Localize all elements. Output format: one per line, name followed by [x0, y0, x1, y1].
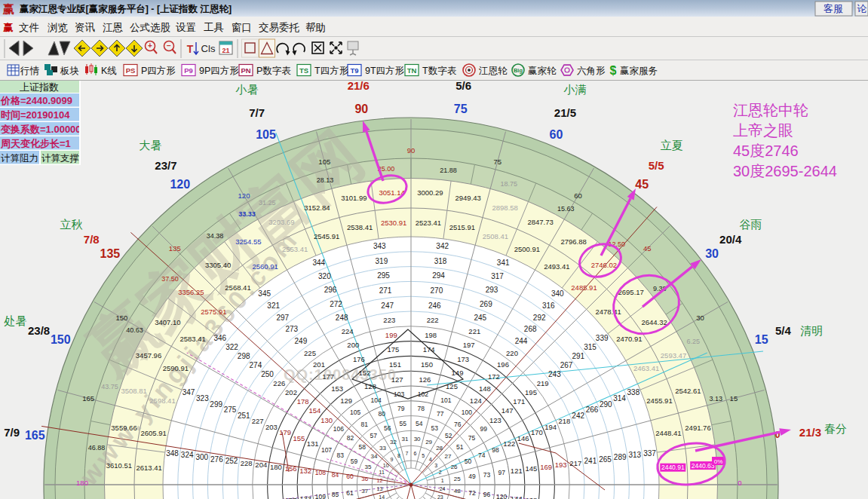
svg-text:146: 146: [517, 434, 529, 442]
svg-text:6: 6: [414, 451, 417, 456]
svg-text:谷雨: 谷雨: [740, 218, 762, 231]
svg-text:266: 266: [586, 406, 599, 414]
svg-text:180: 180: [76, 479, 88, 487]
svg-text:292: 292: [533, 314, 546, 322]
svg-text:0: 0: [738, 479, 741, 487]
svg-text:52: 52: [445, 432, 452, 439]
svg-text:+: +: [148, 41, 152, 50]
svg-text:199: 199: [385, 331, 397, 339]
svg-text:173: 173: [457, 355, 469, 363]
svg-text:30: 30: [705, 247, 719, 260]
svg-text:50: 50: [465, 458, 472, 465]
svg-text:论: 论: [857, 3, 867, 14]
svg-text:处暑: 处暑: [4, 314, 26, 327]
svg-text:339: 339: [596, 334, 609, 342]
svg-text:267: 267: [560, 361, 573, 369]
svg-text:2485.91: 2485.91: [571, 283, 597, 292]
svg-text:106: 106: [333, 425, 344, 433]
svg-text:344: 344: [312, 259, 325, 267]
svg-text:323: 323: [196, 394, 209, 403]
svg-text:27: 27: [445, 453, 452, 460]
svg-text:小暑: 小暑: [235, 83, 259, 96]
svg-text:时间=20190104: 时间=20190104: [1, 109, 70, 121]
svg-text:276: 276: [210, 455, 223, 464]
svg-text:196: 196: [497, 360, 509, 369]
svg-text:3101.99: 3101.99: [341, 194, 367, 202]
svg-text:101: 101: [440, 396, 451, 404]
svg-text:T数字表: T数字表: [422, 66, 457, 76]
svg-text:2542.61: 2542.61: [675, 387, 701, 395]
svg-text:228: 228: [241, 459, 253, 467]
svg-text:23: 23: [437, 494, 443, 499]
svg-text:250: 250: [261, 370, 274, 378]
svg-text:工具: 工具: [204, 22, 224, 33]
svg-text:225: 225: [304, 349, 316, 357]
svg-text:2583.41: 2583.41: [179, 335, 205, 343]
svg-text:江恩轮: 江恩轮: [479, 66, 508, 76]
svg-text:2746.02: 2746.02: [591, 261, 617, 269]
svg-text:12: 12: [377, 478, 383, 483]
svg-text:77: 77: [437, 410, 444, 418]
svg-text:297: 297: [276, 314, 289, 322]
svg-text:2949.43: 2949.43: [455, 194, 481, 202]
svg-text:18.75: 18.75: [501, 180, 518, 188]
svg-text:3407.10: 3407.10: [155, 318, 180, 326]
svg-text:81: 81: [361, 421, 369, 428]
svg-text:P四方形: P四方形: [141, 66, 176, 76]
svg-text:72: 72: [468, 489, 476, 497]
svg-text:300: 300: [195, 453, 208, 461]
svg-text:2545.91: 2545.91: [314, 232, 339, 240]
svg-text:313: 313: [628, 451, 641, 459]
svg-text:298: 298: [238, 352, 250, 360]
svg-text:147: 147: [501, 406, 514, 415]
svg-text:2847.73: 2847.73: [527, 218, 553, 226]
svg-text:2470.91: 2470.91: [616, 335, 642, 343]
svg-text:PN: PN: [241, 66, 250, 75]
svg-text:151: 151: [389, 360, 401, 369]
svg-text:165: 165: [25, 429, 45, 442]
svg-text:3152.84: 3152.84: [304, 204, 330, 212]
svg-text:2455.91: 2455.91: [646, 396, 672, 405]
svg-text:立夏: 立夏: [661, 139, 683, 152]
svg-text:40.63: 40.63: [126, 326, 143, 334]
svg-text:105: 105: [318, 158, 330, 166]
svg-text:赢: 赢: [3, 22, 14, 33]
svg-text:226: 226: [273, 379, 285, 387]
svg-text:45度2746: 45度2746: [733, 142, 799, 159]
svg-text:T四方形: T四方形: [314, 66, 349, 76]
svg-text:242: 242: [572, 412, 584, 420]
svg-text:QQ:100843350: QQ:100843350: [284, 366, 397, 383]
svg-text:296: 296: [324, 286, 337, 294]
svg-text:2568.41: 2568.41: [225, 283, 250, 292]
svg-text:2898.58: 2898.58: [492, 204, 518, 212]
svg-text:7/8: 7/8: [84, 233, 100, 246]
svg-text:153: 153: [331, 384, 343, 393]
svg-text:13: 13: [377, 486, 383, 491]
svg-text:135: 135: [169, 244, 181, 253]
svg-text:9T四方形: 9T四方形: [365, 66, 405, 76]
svg-text:343: 343: [373, 242, 386, 250]
svg-text:3457.96: 3457.96: [136, 351, 161, 360]
svg-text:−: −: [167, 41, 171, 50]
svg-text:150: 150: [51, 333, 71, 346]
svg-text:243: 243: [548, 370, 561, 378]
svg-text:98: 98: [492, 446, 499, 454]
svg-text:178: 178: [297, 397, 309, 406]
svg-text:99: 99: [480, 425, 487, 433]
svg-text:20/4: 20/4: [719, 233, 742, 246]
svg-text:156: 156: [285, 464, 297, 473]
svg-text:2515.91: 2515.91: [449, 223, 475, 231]
svg-text:变换系数=1.000000: 变换系数=1.000000: [0, 124, 87, 135]
svg-text:六角形: 六角形: [577, 66, 606, 76]
svg-text:3: 3: [434, 463, 437, 468]
svg-text:105: 105: [350, 409, 360, 416]
svg-text:2575.91: 2575.91: [201, 308, 226, 316]
svg-text:291: 291: [572, 352, 584, 360]
svg-text:3508.81: 3508.81: [121, 387, 146, 395]
svg-text:342: 342: [436, 242, 449, 250]
svg-text:6.25: 6.25: [686, 338, 700, 345]
svg-text:135: 135: [100, 247, 121, 260]
svg-text:2598.41: 2598.41: [149, 396, 175, 405]
svg-text:计算阻力: 计算阻力: [1, 153, 38, 164]
svg-text:Big: Big: [514, 67, 523, 74]
